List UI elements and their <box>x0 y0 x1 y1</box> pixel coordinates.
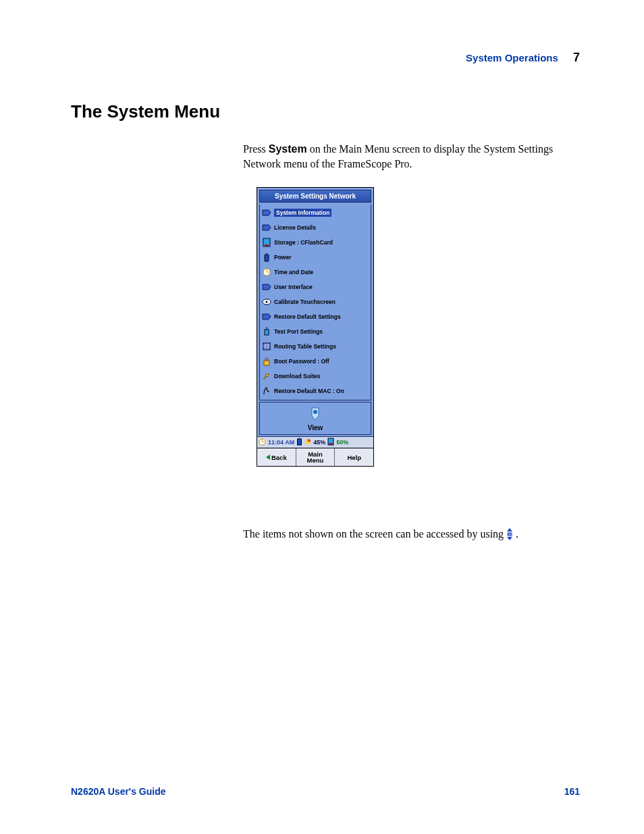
menu-label: Routing Table Settings <box>274 343 336 350</box>
power-icon <box>262 253 271 262</box>
paragraph-1: Press System on the Main Menu screen to … <box>243 142 574 172</box>
back-label: Back <box>271 454 287 461</box>
svg-rect-1 <box>265 244 269 246</box>
page: System Operations 7 The System Menu Pres… <box>0 0 644 834</box>
main-menu-button[interactable]: Main Menu <box>296 448 336 466</box>
view-icon <box>310 407 321 421</box>
menu-label: User Interface <box>274 284 313 290</box>
pie-status-icon <box>304 438 311 446</box>
chapter-number: 7 <box>573 51 580 64</box>
help-button[interactable]: Help <box>335 448 373 466</box>
port-icon <box>262 327 271 336</box>
view-area[interactable]: View <box>259 402 371 435</box>
menu-item-time-and-date[interactable]: Time and Date <box>261 265 369 280</box>
menu-item-restore-default-mac[interactable]: Restore Default MAC : On <box>261 384 369 398</box>
clock-icon <box>262 267 271 277</box>
p1-pre: Press <box>243 143 269 155</box>
status-time: 11:04 AM <box>268 439 294 446</box>
page-header: System Operations 7 <box>466 51 580 65</box>
ui-icon <box>262 282 271 292</box>
back-arrow-icon <box>266 454 270 460</box>
svg-rect-2 <box>265 255 269 261</box>
help-label: Help <box>347 454 361 461</box>
menu-item-calibrate-touchscreen[interactable]: Calibrate Touchscreen <box>261 294 369 309</box>
footer-guide-title: N2620A User's Guide <box>71 786 166 797</box>
menu-label: Test Port Settings <box>274 328 323 335</box>
p2-pre: The items not shown on the screen can be… <box>243 527 504 542</box>
info-icon <box>262 208 271 217</box>
footer-page-number: 161 <box>564 786 580 797</box>
menu-item-license-details[interactable]: License Details <box>261 220 369 235</box>
calibrate-icon <box>262 297 271 307</box>
status-storage-pct: 50% <box>336 439 348 446</box>
menu-item-power[interactable]: Power <box>261 250 369 265</box>
svg-point-6 <box>266 301 268 303</box>
menu-item-boot-password[interactable]: Boot Password : Off <box>261 354 369 369</box>
battery-status-icon <box>296 438 302 447</box>
menu-label: Storage : CFlashCard <box>274 239 333 246</box>
svg-rect-16 <box>329 443 333 444</box>
storage-icon <box>262 238 271 247</box>
menu-label: Restore Default MAC : On <box>274 388 344 394</box>
menu-label: License Details <box>274 224 316 231</box>
svg-rect-3 <box>266 253 268 255</box>
card-status-icon <box>327 438 334 447</box>
menu-item-test-port-settings[interactable]: Test Port Settings <box>261 324 369 339</box>
section-label: System Operations <box>466 52 558 63</box>
restore-icon <box>262 312 271 321</box>
device-screenshot: System Settings Network System Informati… <box>257 187 374 467</box>
menu-list: System Information License Details Stora… <box>259 205 371 400</box>
menu-item-routing-table-settings[interactable]: Routing Table Settings <box>261 339 369 354</box>
status-bar: 11:04 AM 45% 50% <box>257 436 373 448</box>
menu-label: Boot Password : Off <box>274 358 329 365</box>
license-icon <box>262 223 271 232</box>
view-label: View <box>260 424 371 432</box>
p2-post: . <box>516 527 518 542</box>
svg-rect-8 <box>263 343 270 350</box>
bottom-button-bar: Back Main Menu Help <box>257 448 373 466</box>
routing-icon <box>262 342 271 351</box>
status-battery-pct: 45% <box>313 439 325 446</box>
mac-icon <box>262 386 271 396</box>
menu-item-storage[interactable]: Storage : CFlashCard <box>261 235 369 250</box>
page-title: The System Menu <box>71 101 220 122</box>
menu-item-restore-default-settings[interactable]: Restore Default Settings <box>261 309 369 324</box>
menu-label: Calibrate Touchscreen <box>274 298 336 305</box>
download-icon <box>262 371 271 381</box>
svg-point-10 <box>313 410 317 414</box>
back-button[interactable]: Back <box>257 448 296 466</box>
svg-rect-7 <box>265 330 269 335</box>
menu-label: Time and Date <box>274 269 313 276</box>
svg-rect-9 <box>264 361 269 365</box>
menu-label: Power <box>274 254 292 261</box>
up-down-arrow-icon <box>506 528 513 540</box>
lock-icon <box>262 357 271 366</box>
menu-label: Restore Default Settings <box>274 313 341 320</box>
menu-item-download-suites[interactable]: Download Suites <box>261 369 369 384</box>
device-title: System Settings Network <box>259 190 371 203</box>
menu-item-user-interface[interactable]: User Interface <box>261 280 369 294</box>
paragraph-2: The items not shown on the screen can be… <box>243 527 574 542</box>
menu-label: System Information <box>274 209 331 217</box>
svg-rect-12 <box>298 439 302 445</box>
menu-label: Download Suites <box>274 373 320 380</box>
menu-item-system-information[interactable]: System Information <box>261 205 369 220</box>
p1-bold: System <box>269 143 307 155</box>
main-menu-label: Main Menu <box>307 451 324 464</box>
clock-status-icon <box>259 438 266 447</box>
svg-rect-13 <box>298 438 300 440</box>
